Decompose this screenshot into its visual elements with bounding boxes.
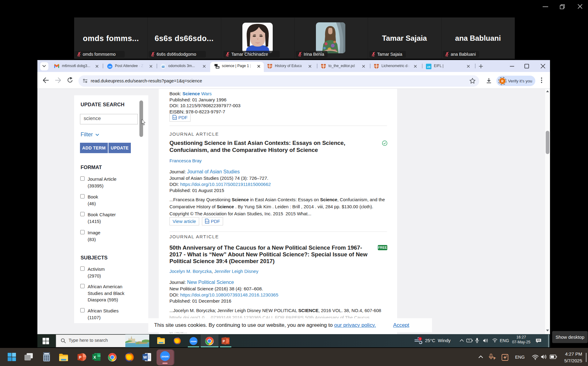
svg-text:PDF: PDF bbox=[173, 117, 177, 119]
svg-text:zoom: zoom bbox=[191, 340, 197, 343]
svg-text:X: X bbox=[93, 355, 96, 360]
svg-text:1: 1 bbox=[419, 338, 421, 340]
svg-text:P: P bbox=[223, 339, 225, 343]
svg-text:R: R bbox=[501, 80, 504, 83]
svg-text:P: P bbox=[79, 355, 82, 360]
svg-text:zm: zm bbox=[108, 66, 112, 68]
svg-text:W: W bbox=[143, 355, 147, 360]
svg-text:eifl: eifl bbox=[427, 66, 431, 68]
svg-text:PDF: PDF bbox=[205, 221, 209, 223]
svg-text:zoom: zoom bbox=[161, 355, 169, 358]
